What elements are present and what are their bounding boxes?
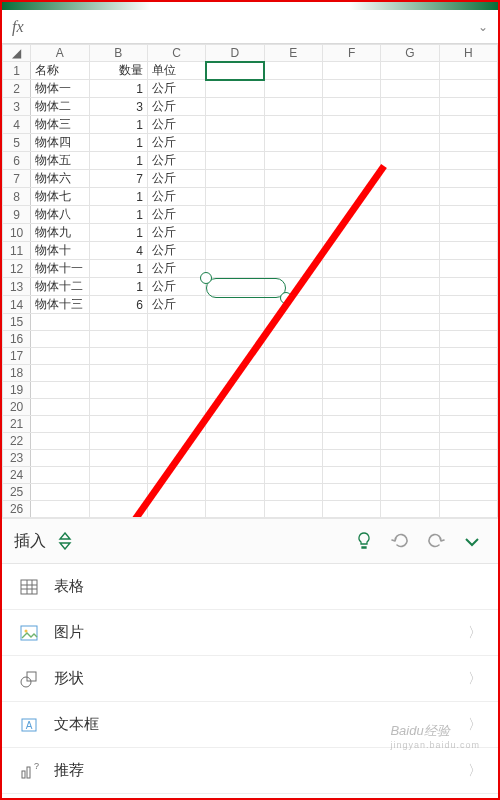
cell[interactable] — [264, 348, 322, 365]
cell[interactable] — [89, 399, 147, 416]
cell[interactable] — [322, 382, 380, 399]
cell[interactable] — [439, 365, 497, 382]
cell[interactable] — [31, 416, 89, 433]
cell[interactable] — [264, 134, 322, 152]
menu-item-picture[interactable]: 图片 〉 — [2, 610, 498, 656]
cell[interactable] — [381, 484, 439, 501]
cell[interactable]: 物体十一 — [31, 260, 89, 278]
cell[interactable] — [439, 242, 497, 260]
cell[interactable] — [264, 501, 322, 518]
row-header[interactable]: 11 — [3, 242, 31, 260]
cell[interactable] — [31, 382, 89, 399]
cell[interactable] — [381, 314, 439, 331]
cell[interactable] — [322, 242, 380, 260]
cell[interactable] — [264, 450, 322, 467]
shape-handle[interactable] — [280, 292, 292, 304]
cell[interactable] — [439, 467, 497, 484]
row-header[interactable]: 19 — [3, 382, 31, 399]
cell[interactable] — [147, 348, 205, 365]
col-header[interactable]: H — [439, 45, 497, 62]
row-header[interactable]: 14 — [3, 296, 31, 314]
cell[interactable] — [322, 433, 380, 450]
formula-bar[interactable]: fx ⌄ — [2, 10, 498, 44]
menu-item-recommend[interactable]: ? 推荐 〉 — [2, 748, 498, 794]
cell[interactable]: 公斤 — [147, 170, 205, 188]
row-header[interactable]: 1 — [3, 62, 31, 80]
cell[interactable]: 公斤 — [147, 116, 205, 134]
cell[interactable] — [439, 296, 497, 314]
cell[interactable]: 3 — [89, 98, 147, 116]
cell[interactable] — [206, 80, 264, 98]
cell[interactable]: 物体五 — [31, 152, 89, 170]
cell[interactable] — [381, 242, 439, 260]
row-header[interactable]: 18 — [3, 365, 31, 382]
cell[interactable] — [89, 416, 147, 433]
cell[interactable] — [322, 224, 380, 242]
row-header[interactable]: 16 — [3, 331, 31, 348]
cell[interactable] — [264, 188, 322, 206]
cell[interactable]: 数量 — [89, 62, 147, 80]
cell[interactable] — [322, 260, 380, 278]
inserted-shape-rounded-rect[interactable] — [206, 278, 286, 298]
cell[interactable]: 物体十三 — [31, 296, 89, 314]
cell[interactable] — [381, 433, 439, 450]
cell[interactable]: 7 — [89, 170, 147, 188]
cell[interactable] — [264, 170, 322, 188]
row-header[interactable]: 3 — [3, 98, 31, 116]
cell[interactable]: 1 — [89, 116, 147, 134]
menu-item-textbox[interactable]: A 文本框 〉 — [2, 702, 498, 748]
cell[interactable] — [89, 331, 147, 348]
cell[interactable] — [264, 80, 322, 98]
cell[interactable]: 公斤 — [147, 206, 205, 224]
cell[interactable] — [322, 365, 380, 382]
cell[interactable] — [31, 314, 89, 331]
cell[interactable]: 物体一 — [31, 80, 89, 98]
menu-item-chart[interactable]: 图表 〉 — [2, 794, 498, 800]
cell[interactable] — [322, 152, 380, 170]
cell[interactable] — [206, 62, 264, 80]
cell[interactable] — [206, 170, 264, 188]
cell[interactable] — [381, 416, 439, 433]
ribbon-tab-label[interactable]: 插入 — [14, 531, 46, 552]
cell[interactable]: 公斤 — [147, 98, 205, 116]
cell[interactable]: 1 — [89, 134, 147, 152]
cell[interactable] — [381, 80, 439, 98]
cell[interactable] — [264, 152, 322, 170]
row-header[interactable]: 6 — [3, 152, 31, 170]
col-header[interactable]: C — [147, 45, 205, 62]
cell[interactable] — [147, 450, 205, 467]
cell[interactable] — [439, 206, 497, 224]
col-header[interactable]: B — [89, 45, 147, 62]
cell[interactable] — [439, 170, 497, 188]
cell[interactable] — [264, 331, 322, 348]
cell[interactable]: 公斤 — [147, 80, 205, 98]
row-header[interactable]: 9 — [3, 206, 31, 224]
cell[interactable] — [31, 433, 89, 450]
cell[interactable] — [439, 80, 497, 98]
cell[interactable] — [381, 399, 439, 416]
cell[interactable] — [439, 331, 497, 348]
cell[interactable] — [264, 467, 322, 484]
cell[interactable] — [206, 365, 264, 382]
cell[interactable] — [381, 365, 439, 382]
cell[interactable] — [206, 242, 264, 260]
cell[interactable] — [206, 116, 264, 134]
cell[interactable] — [206, 188, 264, 206]
col-header[interactable]: D — [206, 45, 264, 62]
cell[interactable] — [439, 484, 497, 501]
cell[interactable] — [381, 382, 439, 399]
cell[interactable] — [439, 399, 497, 416]
cell[interactable] — [206, 416, 264, 433]
cell[interactable] — [264, 296, 322, 314]
undo-icon[interactable] — [386, 527, 414, 555]
cell[interactable] — [322, 278, 380, 296]
row-header[interactable]: 4 — [3, 116, 31, 134]
cell[interactable] — [147, 433, 205, 450]
cell[interactable] — [322, 98, 380, 116]
cell[interactable] — [439, 450, 497, 467]
cell[interactable]: 1 — [89, 188, 147, 206]
row-header[interactable]: 25 — [3, 484, 31, 501]
cell[interactable]: 公斤 — [147, 152, 205, 170]
cell[interactable] — [147, 416, 205, 433]
cell[interactable] — [264, 314, 322, 331]
